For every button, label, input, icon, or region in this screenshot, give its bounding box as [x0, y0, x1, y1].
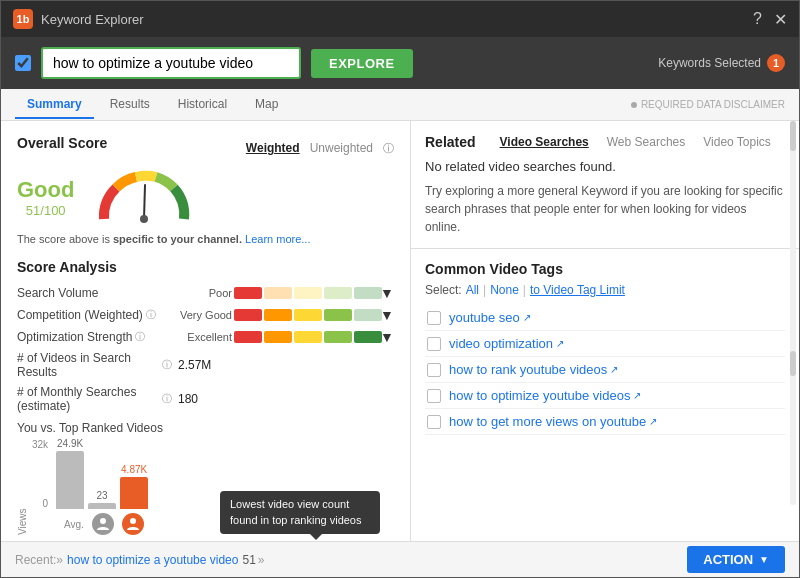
bar-top-2: [88, 503, 116, 509]
score-text: Good 51/100: [17, 177, 74, 218]
bar-seg-green: [354, 331, 382, 343]
related-tab-web-searches[interactable]: Web Searches: [603, 133, 690, 151]
monthly-help-icon[interactable]: ⓘ: [162, 392, 172, 406]
disclaimer: REQUIRED DATA DISCLAIMER: [631, 99, 785, 110]
tab-map[interactable]: Map: [243, 91, 290, 119]
bar-marker: ▼: [380, 329, 394, 345]
left-panel: Overall Score Weighted Unweighted ⓘ Good…: [1, 121, 411, 541]
bar-seg-green: [354, 287, 382, 299]
competition-help-icon[interactable]: ⓘ: [146, 308, 156, 322]
optimization-help-icon[interactable]: ⓘ: [135, 330, 145, 344]
chart-views-label: Views: [17, 465, 28, 535]
tag-link-3[interactable]: how to rank youtube videos ↗: [449, 362, 618, 377]
keywords-selected-label: Keywords Selected: [658, 56, 761, 70]
tab-results[interactable]: Results: [98, 91, 162, 119]
tag-item-4: how to optimize youtube videos ↗: [425, 383, 785, 409]
disclaimer-dot: [631, 102, 637, 108]
bar-seg-red: [234, 309, 262, 321]
learn-more-link[interactable]: Learn more...: [245, 233, 310, 245]
tag-label-3: how to rank youtube videos: [449, 362, 607, 377]
recent-label: Recent:»: [15, 553, 63, 567]
tags-scrollbar-thumb[interactable]: [790, 351, 796, 376]
tag-label-4: how to optimize youtube videos: [449, 388, 630, 403]
tab-summary[interactable]: Summary: [15, 91, 94, 119]
help-button[interactable]: ?: [753, 10, 762, 29]
tag-ext-icon-1: ↗: [523, 312, 531, 323]
search-checkbox[interactable]: [15, 55, 31, 71]
svg-point-1: [140, 215, 148, 223]
bar-track-optimization: ▼: [234, 329, 394, 345]
tag-checkbox-4[interactable]: [427, 389, 441, 403]
tag-link-4[interactable]: how to optimize youtube videos ↗: [449, 388, 641, 403]
select-all-link[interactable]: All: [466, 283, 479, 297]
weighted-toggle: Weighted Unweighted ⓘ: [246, 141, 394, 156]
score-header: Overall Score Weighted Unweighted ⓘ: [17, 135, 394, 161]
related-section: Related Video Searches Web Searches Vide…: [411, 121, 799, 249]
metric-row-competition: Competition (Weighted) ⓘ Very Good ▼: [17, 307, 394, 323]
select-none-link[interactable]: None: [490, 283, 519, 297]
tag-checkbox-5[interactable]: [427, 415, 441, 429]
related-header: Related Video Searches Web Searches Vide…: [425, 133, 785, 151]
tag-checkbox-3[interactable]: [427, 363, 441, 377]
tag-ext-icon-2: ↗: [556, 338, 564, 349]
tag-link-5[interactable]: how to get more views on youtube ↗: [449, 414, 657, 429]
metric-label-monthly: # of Monthly Searches (estimate) ⓘ: [17, 385, 172, 413]
select-label: Select:: [425, 283, 462, 297]
chart-y-min: 0: [32, 498, 48, 509]
tag-item-2: video optimization ↗: [425, 331, 785, 357]
search-input[interactable]: [41, 47, 301, 79]
bar-marker: ▼: [380, 285, 394, 301]
metric-row-search-volume: Search Volume Poor ▼: [17, 285, 394, 301]
avatar-svg: [126, 517, 140, 531]
tag-ext-icon-4: ↗: [633, 390, 641, 401]
related-tab-video-searches[interactable]: Video Searches: [496, 133, 593, 151]
keywords-selected-area: Keywords Selected 1: [658, 54, 785, 72]
bar-seg-orange: [264, 309, 292, 321]
close-button[interactable]: ✕: [774, 10, 787, 29]
bar-seg-orange: [264, 331, 292, 343]
metric-value-monthly: 180: [178, 392, 198, 406]
related-title: Related: [425, 134, 476, 150]
tags-divider-2: |: [523, 283, 526, 297]
keywords-badge: 1: [767, 54, 785, 72]
svg-point-3: [130, 518, 136, 524]
search-area: EXPLORE Keywords Selected 1: [1, 37, 799, 89]
bar-track-competition: ▼: [234, 307, 394, 323]
tab-historical[interactable]: Historical: [166, 91, 239, 119]
unweighted-label[interactable]: Unweighted: [310, 141, 373, 156]
related-tab-video-topics[interactable]: Video Topics: [699, 133, 775, 151]
metric-row-optimization: Optimization Strength ⓘ Excellent ▼: [17, 329, 394, 345]
chart-y-max: 32k: [32, 439, 48, 450]
tag-label-2: video optimization: [449, 336, 553, 351]
tag-checkbox-1[interactable]: [427, 311, 441, 325]
metric-row-videos: # of Videos in Search Results ⓘ 2.57M: [17, 351, 394, 379]
recent-link[interactable]: how to optimize a youtube video: [67, 553, 238, 567]
metric-bar-search-volume: Poor ▼: [174, 285, 394, 301]
tag-checkbox-2[interactable]: [427, 337, 441, 351]
tag-ext-icon-3: ↗: [610, 364, 618, 375]
to-video-tag-limit-link[interactable]: to Video Tag Limit: [530, 283, 625, 297]
tags-section: Common Video Tags Select: All | None | t…: [411, 249, 799, 541]
main-content: Overall Score Weighted Unweighted ⓘ Good…: [1, 121, 799, 541]
bar-marker: ▼: [380, 307, 394, 323]
scrollbar-thumb[interactable]: [790, 121, 796, 151]
metric-value-videos: 2.57M: [178, 358, 211, 372]
weighted-label[interactable]: Weighted: [246, 141, 300, 156]
chart-bar-3: 4.87K: [120, 464, 148, 509]
bar-seg-orange: [264, 287, 292, 299]
videos-help-icon[interactable]: ⓘ: [162, 358, 172, 372]
tag-item-1: youtube seo ↗: [425, 305, 785, 331]
bar-seg-yellow: [294, 287, 322, 299]
title-bar: 1b Keyword Explorer ? ✕: [1, 1, 799, 37]
chart-bar-3-label: 4.87K: [121, 464, 147, 475]
metric-bar-competition: Very Good ▼: [174, 307, 394, 323]
tag-link-1[interactable]: youtube seo ↗: [449, 310, 531, 325]
action-button[interactable]: ACTION ▼: [687, 546, 785, 573]
explore-button[interactable]: EXPLORE: [311, 49, 413, 78]
metric-label-videos: # of Videos in Search Results ⓘ: [17, 351, 172, 379]
weighted-info-icon[interactable]: ⓘ: [383, 141, 394, 156]
overall-score-title: Overall Score: [17, 135, 107, 151]
tag-link-2[interactable]: video optimization ↗: [449, 336, 564, 351]
right-panel: Related Video Searches Web Searches Vide…: [411, 121, 799, 541]
title-actions: ? ✕: [753, 10, 787, 29]
